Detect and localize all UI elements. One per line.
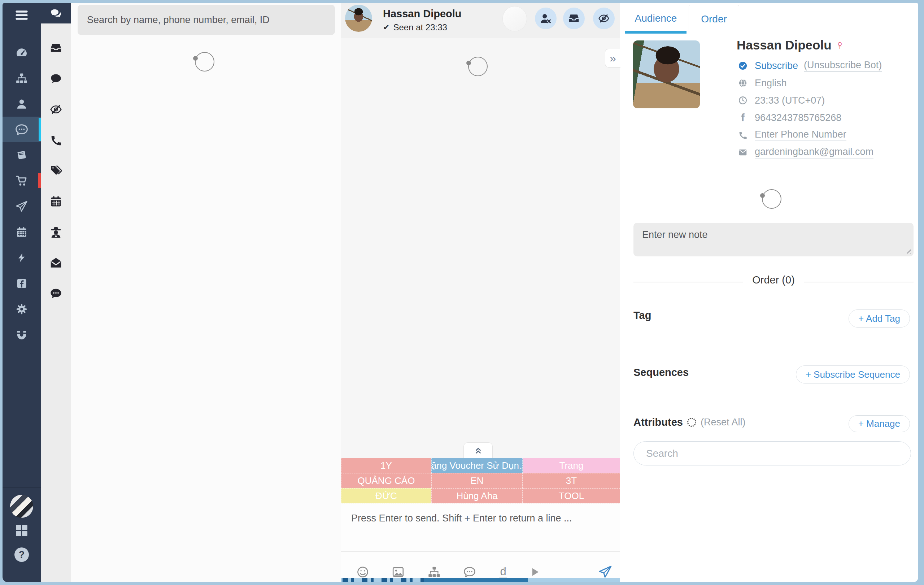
facebook-id-value: 9643243785765268: [755, 112, 842, 124]
collapse-panel-button[interactable]: »: [605, 49, 620, 68]
chat-panel: Hassan Dipeolu ✔ Seen at 23:33 1Y Tặng V…: [341, 3, 620, 582]
gear-icon: [15, 303, 28, 315]
app-window: ?: [0, 0, 924, 585]
comment-dots-icon: [49, 287, 63, 300]
quick-tag[interactable]: 3T: [523, 473, 620, 488]
message-input[interactable]: [341, 503, 620, 552]
subscribe-link[interactable]: Subscribe: [755, 60, 798, 71]
play-button[interactable]: [529, 566, 541, 578]
dashboard-icon: [15, 46, 28, 59]
quick-reply-button[interactable]: [463, 565, 477, 578]
local-time-row: 23:33 (UTC+07): [737, 92, 882, 109]
language-row: English: [737, 74, 882, 92]
facebook-icon: [15, 277, 28, 289]
attach-image-button[interactable]: [391, 565, 405, 578]
sidebar-item-dashboard[interactable]: [3, 40, 41, 65]
order-divider: Order (0): [634, 274, 914, 289]
sidebar-item-conversations[interactable]: [3, 117, 41, 142]
send-button[interactable]: [598, 565, 612, 579]
emoji-button[interactable]: [356, 565, 369, 578]
app-frame: ?: [3, 3, 918, 582]
filter-chat[interactable]: [41, 68, 71, 89]
attributes-label-text: Attributes: [634, 416, 683, 428]
sidebar-bottom-group: ?: [3, 491, 41, 562]
note-input[interactable]: [634, 223, 914, 256]
sidebar-item-sitemap[interactable]: [3, 65, 41, 91]
filter-calendar[interactable]: [41, 191, 71, 212]
filter-tags[interactable]: [41, 160, 71, 182]
quick-tag[interactable]: EN: [431, 473, 523, 488]
loading-dots-icon: [687, 418, 696, 427]
tab-audience-label: Audience: [635, 13, 677, 24]
order-divider-label: Order (0): [743, 274, 804, 286]
add-tag-button[interactable]: + Add Tag: [848, 309, 910, 327]
reset-all-link[interactable]: (Reset All): [701, 417, 746, 428]
flow-button[interactable]: [428, 565, 441, 578]
check-circle-icon: [737, 61, 749, 71]
clipped-bottom-content: [341, 578, 620, 582]
seen-status-text: Seen at 23:33: [393, 22, 447, 33]
globe-icon: [737, 78, 749, 88]
envelope-icon: [737, 148, 749, 157]
notification-badge: [38, 173, 41, 188]
quick-tag[interactable]: Tặng Voucher Sử Dụn…: [431, 458, 523, 473]
female-gender-icon: ♀: [835, 38, 845, 53]
facebook-id-row: f 9643243785765268: [737, 109, 882, 126]
contact-avatar[interactable]: [345, 5, 372, 32]
subscribe-sequence-button[interactable]: + Subscribe Sequence: [796, 365, 910, 383]
quick-tag[interactable]: Hùng Aha: [431, 488, 523, 503]
filter-phone[interactable]: [41, 129, 71, 151]
tab-audience[interactable]: Audience: [625, 3, 686, 33]
filter-email[interactable]: [41, 252, 71, 274]
help-button[interactable]: ?: [15, 547, 29, 562]
sidebar-item-broadcast[interactable]: [3, 193, 41, 219]
tab-order[interactable]: Order: [689, 5, 739, 33]
quick-tag[interactable]: TOOL: [523, 488, 620, 503]
eye-slash-icon: [597, 13, 610, 24]
phone-icon: [737, 131, 749, 140]
remove-user-button[interactable]: [535, 8, 556, 29]
active-tab-underline: [625, 31, 686, 33]
quick-tag[interactable]: QUẢNG CÁO: [341, 473, 431, 488]
sidebar-item-orders[interactable]: [3, 168, 41, 193]
shopping-cart-icon: [15, 174, 28, 187]
question-mark-icon: ?: [19, 549, 25, 560]
quick-tag[interactable]: 1Y: [341, 458, 431, 473]
sidebar-item-library[interactable]: [3, 142, 41, 168]
magnet-icon: [15, 329, 28, 341]
chevrons-up-icon: [473, 446, 483, 456]
sidebar-item-facebook[interactable]: [3, 271, 41, 296]
phone-field[interactable]: Enter Phone Number: [755, 129, 846, 141]
apps-grid-button[interactable]: [3, 518, 41, 543]
filter-comment-dots[interactable]: [41, 283, 71, 304]
quick-tag[interactable]: Trang: [523, 458, 620, 473]
main-menu-button[interactable]: [3, 6, 41, 25]
hide-conversation-button[interactable]: [593, 8, 615, 29]
manage-attributes-button[interactable]: + Manage: [848, 415, 910, 432]
conversations-panel: [71, 3, 341, 582]
unsubscribe-bot-link[interactable]: (Unsubscribe Bot): [804, 59, 882, 72]
user-avatar[interactable]: [10, 495, 33, 518]
sidebar-item-calendar[interactable]: [3, 219, 41, 245]
primary-nav-list: [3, 40, 41, 347]
search-input[interactable]: [78, 5, 335, 35]
contact-name: Hassan Dipeolu: [383, 8, 462, 20]
filter-inbox[interactable]: [41, 37, 71, 59]
phone-icon: [50, 134, 62, 146]
quick-tag[interactable]: ĐỨC: [341, 488, 431, 503]
sidebar-item-automation[interactable]: [3, 245, 41, 271]
collapse-quick-tags-button[interactable]: [464, 442, 493, 459]
filter-spy[interactable]: [41, 221, 71, 243]
sidebar-item-leads[interactable]: [3, 322, 41, 347]
sidebar-item-contacts[interactable]: [3, 91, 41, 117]
currency-dong-button[interactable]: đ: [499, 566, 507, 578]
filter-conversations[interactable]: [41, 3, 71, 23]
chat-header: Hassan Dipeolu ✔ Seen at 23:33: [341, 3, 620, 38]
move-to-inbox-button[interactable]: [563, 8, 585, 29]
loading-spinner: [468, 57, 488, 76]
attributes-search-input[interactable]: [634, 441, 911, 466]
email-field[interactable]: gardeningbank@gmail.com: [755, 146, 873, 159]
sidebar-item-settings[interactable]: [3, 296, 41, 322]
language-value: English: [755, 78, 787, 89]
filter-hidden[interactable]: [41, 99, 71, 120]
